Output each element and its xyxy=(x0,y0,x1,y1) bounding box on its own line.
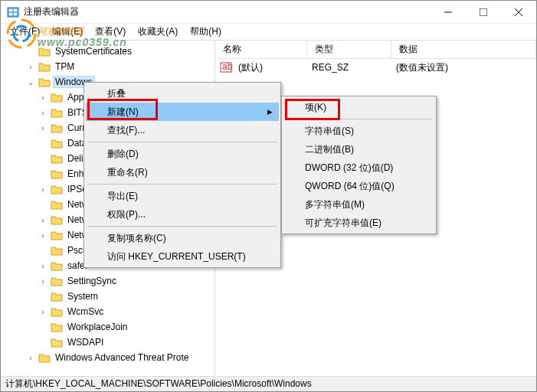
menu-item-label: 重命名(R) xyxy=(107,166,148,179)
list-row[interactable]: ab(默认)REG_SZ(数值未设置) xyxy=(215,59,536,76)
col-header-type[interactable]: 类型 xyxy=(307,40,391,59)
menu-item-label: 复制项名称(C) xyxy=(107,232,166,245)
context_main-item[interactable]: 新建(N)▶ xyxy=(86,103,279,121)
regedit-app-icon xyxy=(7,6,19,18)
tree-item[interactable]: System xyxy=(1,289,214,304)
tree-item[interactable]: ›TPM xyxy=(1,59,214,74)
tree-item-label: WSDAPI xyxy=(65,336,106,348)
close-button[interactable] xyxy=(501,1,536,24)
expander-closed-icon[interactable]: › xyxy=(38,107,48,118)
folder-icon xyxy=(38,77,51,87)
context_sub-item[interactable]: QWORD (64 位)值(Q) xyxy=(283,177,434,195)
tree-item[interactable]: WSDAPI xyxy=(1,335,214,350)
context_sub-item[interactable]: DWORD (32 位)值(D) xyxy=(283,158,434,177)
svg-rect-0 xyxy=(8,8,18,17)
expander-none xyxy=(38,322,48,332)
folder-icon xyxy=(51,291,63,302)
tree-item-label: SystemCertificates xyxy=(53,45,134,57)
tree-item[interactable]: WorkplaceJoin xyxy=(1,319,214,335)
statusbar-path: 计算机\HKEY_LOCAL_MACHINE\SOFTWARE\Policies… xyxy=(5,377,312,390)
expander-closed-icon[interactable]: › xyxy=(38,92,48,103)
menu-item-label: 新建(N) xyxy=(107,106,139,119)
context_main-item[interactable]: 复制项名称(C) xyxy=(86,229,279,247)
expander-none xyxy=(25,46,36,57)
expander-closed-icon[interactable]: › xyxy=(38,122,48,133)
col-header-data[interactable]: 数据 xyxy=(391,40,536,59)
menu-item-label: 导出(E) xyxy=(107,190,138,203)
maximize-button[interactable] xyxy=(466,1,501,24)
expander-closed-icon[interactable]: › xyxy=(38,184,48,194)
list-body: ab(默认)REG_SZ(数值未设置) xyxy=(215,59,536,76)
cell-type: REG_SZ xyxy=(309,62,393,73)
expander-closed-icon[interactable]: › xyxy=(25,61,36,72)
window-title: 注册表编辑器 xyxy=(24,5,431,18)
folder-icon xyxy=(38,46,51,57)
svg-rect-2 xyxy=(14,9,17,11)
expander-closed-icon[interactable]: › xyxy=(38,230,48,240)
tree-item[interactable]: ›WcmSvc xyxy=(1,304,214,319)
menu-separator xyxy=(87,142,277,142)
expander-none xyxy=(38,138,48,149)
expander-closed-icon[interactable]: › xyxy=(25,352,36,363)
context_sub-item[interactable]: 字符串值(S) xyxy=(283,122,434,140)
minimize-button[interactable] xyxy=(431,1,466,24)
svg-rect-6 xyxy=(480,8,487,16)
menubar: 文件(F) 编辑(E) 查看(V) 收藏夹(A) 帮助(H) xyxy=(1,24,536,41)
expander-closed-icon[interactable]: › xyxy=(38,260,48,271)
folder-icon xyxy=(51,337,63,348)
context_sub-item[interactable]: 项(K) xyxy=(283,98,434,116)
tree-item[interactable]: ›Windows Advanced Threat Prote xyxy=(1,350,214,365)
expander-none xyxy=(38,291,48,302)
menu-edit[interactable]: 编辑(E) xyxy=(46,24,89,40)
context_sub-item[interactable]: 二进制值(B) xyxy=(283,140,434,158)
menu-item-label: 项(K) xyxy=(305,101,326,114)
context_main-item[interactable]: 重命名(R) xyxy=(86,163,279,181)
tree-item[interactable]: SystemCertificates xyxy=(1,44,214,59)
expander-closed-icon[interactable]: › xyxy=(38,306,48,317)
menu-item-label: 访问 HKEY_CURRENT_USER(T) xyxy=(107,250,246,263)
context_main-item[interactable]: 折叠 xyxy=(86,84,279,103)
expander-closed-icon[interactable]: › xyxy=(38,214,48,225)
menu-help[interactable]: 帮助(H) xyxy=(184,24,228,40)
svg-rect-4 xyxy=(14,13,17,15)
folder-icon xyxy=(38,352,51,363)
context_main-item[interactable]: 查找(F)... xyxy=(86,121,279,139)
tree-item-label: Windows Advanced Threat Prote xyxy=(53,351,192,364)
context_main-item[interactable]: 导出(E) xyxy=(86,187,279,205)
expander-none xyxy=(38,245,48,256)
col-header-name[interactable]: 名称 xyxy=(215,40,307,59)
menu-item-label: 权限(P)... xyxy=(107,208,146,221)
menu-item-label: 字符串值(S) xyxy=(305,125,354,138)
menu-view[interactable]: 查看(V) xyxy=(89,24,132,40)
folder-icon xyxy=(51,153,63,164)
menu-item-label: DWORD (32 位)值(D) xyxy=(305,162,393,175)
context_main-item[interactable]: 删除(D) xyxy=(86,145,279,163)
folder-icon xyxy=(51,230,63,240)
tree-item[interactable]: ›SettingSync xyxy=(1,273,214,289)
expander-none xyxy=(38,337,48,348)
context_main-item[interactable]: 权限(P)... xyxy=(86,205,279,224)
menu-item-label: 折叠 xyxy=(107,87,126,100)
menu-favorites[interactable]: 收藏夹(A) xyxy=(132,24,184,40)
folder-icon xyxy=(51,276,63,286)
menu-separator xyxy=(87,184,277,185)
tree-item-label: System xyxy=(65,290,100,302)
expander-open-icon[interactable]: ⌄ xyxy=(25,77,36,87)
context_main-item[interactable]: 访问 HKEY_CURRENT_USER(T) xyxy=(86,247,279,266)
context-menu-main: 折叠新建(N)▶查找(F)...删除(D)重命名(R)导出(E)权限(P)...… xyxy=(83,82,281,268)
folder-icon xyxy=(51,122,63,133)
svg-rect-1 xyxy=(9,9,12,11)
folder-icon xyxy=(51,306,63,317)
context_sub-item[interactable]: 可扩充字符串值(E) xyxy=(283,214,434,232)
context_sub-item[interactable]: 多字符串值(M) xyxy=(283,195,434,214)
menu-item-label: 多字符串值(M) xyxy=(305,198,365,211)
menu-item-label: 查找(F)... xyxy=(107,124,145,137)
folder-icon xyxy=(51,245,63,256)
expander-closed-icon[interactable]: › xyxy=(38,276,48,286)
folder-icon xyxy=(51,138,63,149)
cell-data: (数值未设置) xyxy=(393,61,536,74)
expander-none xyxy=(38,168,48,179)
folder-icon xyxy=(51,107,63,118)
menu-file[interactable]: 文件(F) xyxy=(4,24,46,40)
menu-item-label: QWORD (64 位)值(Q) xyxy=(305,180,395,193)
